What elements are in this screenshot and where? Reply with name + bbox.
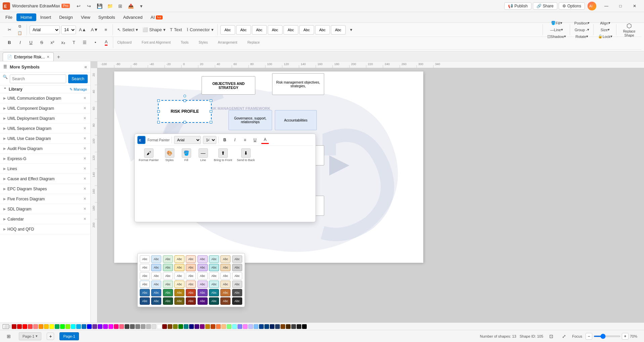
style-btn[interactable]: Abc [140,264,150,271]
sidebar-item-audit-flow[interactable]: ▶ Audit Flow Diagram ✕ [0,144,90,154]
menu-view[interactable]: View [77,13,94,21]
color-swatch[interactable] [12,324,16,329]
style-abc-7[interactable]: Abc [315,25,330,35]
color-swatch[interactable] [157,324,162,329]
style-btn[interactable]: Abc [140,289,150,296]
style-btn[interactable]: Abc [163,264,173,271]
color-swatch[interactable] [141,324,145,329]
style-btn[interactable]: Abc [151,272,161,280]
style-btn[interactable]: Abc [151,255,161,263]
sidebar-item-lines[interactable]: ▶ Lines ✕ [0,164,90,174]
sidebar-item-uml-use[interactable]: ▶ UML Use Case Diagram ✕ [0,134,90,144]
color-swatch[interactable] [291,324,296,329]
style-btn[interactable]: Abc [186,281,196,288]
shape-risk-profile[interactable]: RISK PROFILE [158,100,212,123]
style-btn[interactable]: Abc [140,255,150,263]
close-icon[interactable]: ✕ [83,146,87,151]
style-btn[interactable]: Abc [186,289,196,296]
group-btn[interactable]: Group -▾ [573,27,591,33]
style-btn[interactable]: Abc [151,281,161,288]
fill-color-swatch[interactable]: ⬜ [3,324,9,329]
ft-line[interactable]: — Line [196,147,211,163]
style-btn[interactable]: Abc [209,297,219,305]
style-btn[interactable]: Abc [163,289,173,296]
color-swatch[interactable] [248,324,253,329]
color-swatch[interactable] [92,324,97,329]
replace-shape-btn[interactable]: ⬡ Replace Shape [619,21,639,39]
grid-view-btn[interactable]: ⊞ [4,332,13,341]
color-swatch[interactable] [60,324,65,329]
color-swatch[interactable] [275,324,280,329]
sidebar-collapse-btn[interactable]: « [84,64,87,69]
style-btn[interactable]: Abc [186,272,196,280]
open-btn[interactable]: 📁 [105,1,115,11]
align-text-btn[interactable]: ≡ [101,26,111,34]
ft-font-select[interactable]: Arial [174,136,201,144]
options-btn[interactable]: ⚙ Options [559,2,585,10]
color-swatch[interactable] [103,324,108,329]
sidebar-item-hoq[interactable]: ▶ HOQ and QFD ✕ [0,224,90,234]
zoom-out-btn[interactable]: − [586,333,592,340]
connector-btn[interactable]: ⌇ Connector ▾ [185,26,215,34]
save-btn[interactable]: 💾 [95,1,104,11]
style-btn[interactable]: Abc [163,272,173,280]
style-btn[interactable]: Abc [151,289,161,296]
maximize-btn[interactable]: □ [614,1,627,11]
color-swatch[interactable] [17,324,22,329]
close-icon[interactable]: ✕ [83,186,87,192]
color-swatch[interactable] [23,324,27,329]
close-icon[interactable]: ✕ [83,105,87,111]
color-swatch[interactable] [114,324,119,329]
color-swatch[interactable] [281,324,285,329]
ft-bring-front[interactable]: ⬆ Bring to Front [213,147,234,163]
color-swatch[interactable] [211,324,215,329]
sidebar-item-express-g[interactable]: ▶ Express-G ✕ [0,154,90,164]
export-btn[interactable]: 📤 [126,1,135,11]
color-swatch[interactable] [82,324,86,329]
shape-risk-mgmt[interactable]: Risk management objectives, strategies, [272,73,324,95]
close-icon[interactable]: ✕ [83,156,87,161]
close-icon[interactable]: ✕ [83,166,87,172]
italic-btn[interactable]: I [15,38,25,47]
tab-close-btn[interactable]: ✕ [47,55,49,59]
color-swatch[interactable] [146,324,151,329]
style-btn[interactable]: Abc [174,297,184,305]
style-btn[interactable]: Abc [174,255,184,263]
style-btn[interactable]: Abc [232,297,242,305]
style-btn[interactable]: Abc [209,281,219,288]
style-btn[interactable]: Abc [220,255,230,263]
size-btn[interactable]: Size▾ [596,27,614,33]
font-select[interactable]: Arial [30,26,60,34]
add-page-btn[interactable]: + [47,333,54,340]
minimize-btn[interactable]: — [600,1,613,11]
text-format-btn[interactable]: T [69,38,79,47]
color-swatch[interactable] [55,324,59,329]
color-swatch[interactable] [184,324,188,329]
close-icon[interactable]: ✕ [83,115,87,121]
color-swatch[interactable] [264,324,269,329]
close-icon[interactable]: ✕ [83,176,87,182]
style-abc-4[interactable]: Abc [268,25,283,35]
color-swatch[interactable] [221,324,226,329]
zoom-fit-btn[interactable]: ⤢ [559,332,569,341]
shape-accountabilities[interactable]: Accountabilities [275,110,317,130]
style-btn[interactable]: Abc [174,289,184,296]
menu-insert[interactable]: Insert [36,13,55,21]
style-btn[interactable]: Abc [198,272,208,280]
style-btn[interactable]: Abc [220,281,230,288]
color-swatch[interactable] [270,324,274,329]
menu-home[interactable]: Home [16,13,36,21]
style-btn[interactable]: Abc [140,272,150,280]
menu-design[interactable]: Design [55,13,77,21]
align-btn[interactable]: Align▾ [596,20,614,26]
ft-styles[interactable]: 🎨 Styles [162,147,177,163]
color-swatch[interactable] [66,324,70,329]
sidebar-item-five-forces[interactable]: ▶ Five Forces Diagram ✕ [0,194,90,204]
style-btn[interactable]: Abc [232,255,242,263]
color-swatch[interactable] [98,324,102,329]
style-btn[interactable]: Abc [220,272,230,280]
avatar[interactable]: AI [588,2,596,10]
zoom-in-btn[interactable]: + [622,333,629,340]
style-btn[interactable]: Abc [220,289,230,296]
color-swatch[interactable] [189,324,194,329]
